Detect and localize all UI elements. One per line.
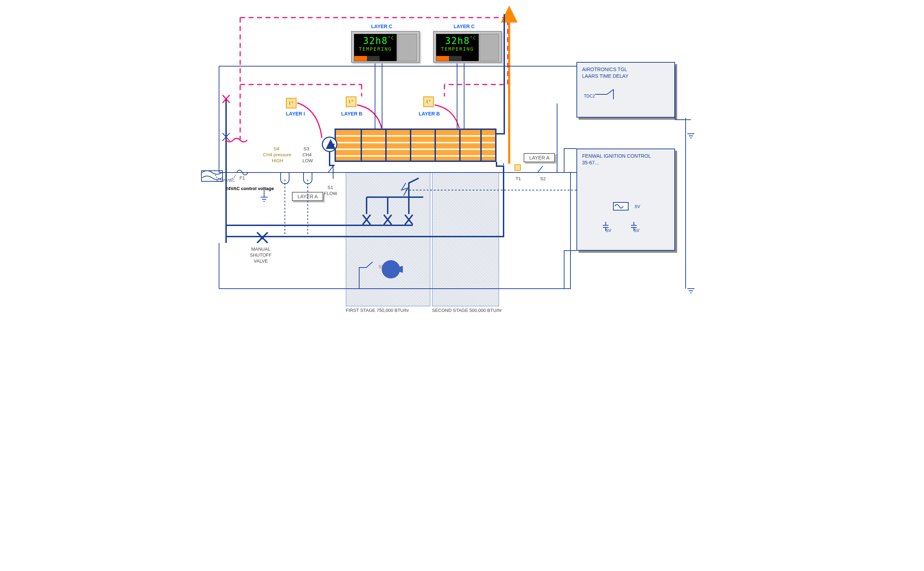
tdc2-relay-icon [595,90,613,99]
gas-valve-2-icon [384,197,392,225]
gas-valve-1-icon [363,197,371,225]
ground-icon-3 [261,190,267,201]
fenwal-sv-box-icon [613,202,628,210]
svg-rect-1 [515,165,521,170]
ground-icon-1 [688,134,694,138]
manual-shutoff-valve-icon [257,232,267,243]
capacitor-sv1-icon [603,222,609,231]
svg-rect-4 [613,202,628,210]
switch-s3-icon [304,173,312,184]
wiring-overlay [198,0,726,324]
capacitor-sv2-icon [631,222,637,231]
sensor-t1-icon [515,165,521,170]
blower-icon [382,260,403,278]
ground-icon-2 [688,289,694,293]
schematic-canvas: LAYER C 32h8°C TEMPERING LAYER C 32h8°C … [198,0,726,324]
switch-s4-icon [281,173,289,184]
gas-valve-3-icon [405,197,413,225]
svg-point-2 [261,236,263,239]
spark-icon [402,183,408,196]
